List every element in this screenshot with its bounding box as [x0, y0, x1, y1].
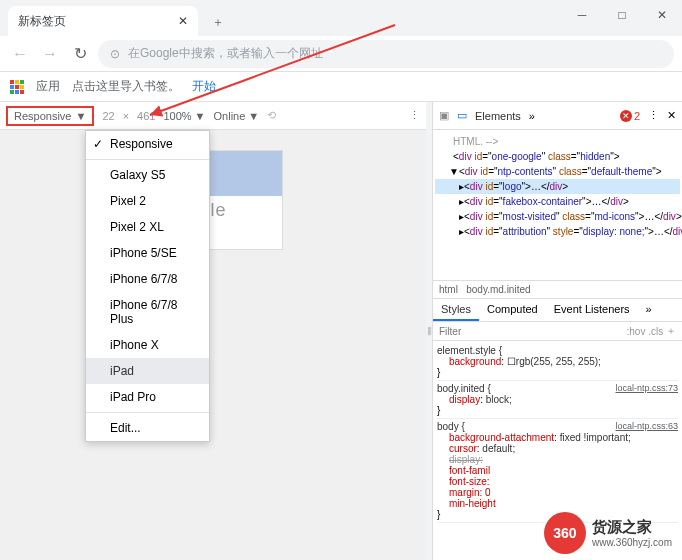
close-window-button[interactable]: ✕ — [642, 0, 682, 30]
error-indicator[interactable]: ✕2 — [620, 110, 640, 122]
height-input[interactable]: 461 — [137, 110, 155, 122]
start-link[interactable]: 开始 — [192, 78, 216, 95]
rotate-icon[interactable]: ⟲ — [267, 109, 276, 122]
dom-tree[interactable]: HTML. --> <div id="one-google" class="hi… — [433, 130, 682, 280]
device-option[interactable]: Pixel 2 — [86, 188, 209, 214]
bookmarks-bar: 应用 点击这里导入书签。 开始 — [0, 72, 682, 102]
new-tab-button[interactable]: ＋ — [204, 8, 232, 36]
minimize-button[interactable]: ─ — [562, 0, 602, 30]
back-button[interactable]: ← — [8, 45, 32, 63]
reload-button[interactable]: ↻ — [68, 44, 92, 63]
device-select[interactable]: Responsive ▼ — [6, 106, 94, 126]
device-toolbar: Responsive ▼ 22 × 461 100% ▼ Online ▼ ⟲ … — [0, 102, 426, 130]
inspect-icon[interactable]: ▣ — [439, 109, 449, 122]
cls-toggle[interactable]: .cls — [648, 326, 663, 337]
watermark-badge: 360 — [544, 512, 586, 554]
address-placeholder: 在Google中搜索，或者输入一个网址 — [128, 45, 323, 62]
zoom-select[interactable]: 100% ▼ — [163, 110, 205, 122]
tab-title: 新标签页 — [18, 13, 66, 30]
devtools-close-icon[interactable]: ✕ — [667, 109, 676, 122]
new-rule-icon[interactable]: ＋ — [666, 324, 676, 338]
tab-styles[interactable]: Styles — [433, 299, 479, 321]
devtools-pane: ▣ ▭ Elements » ✕2 ⋮ ✕ HTML. --> <div id=… — [432, 102, 682, 560]
more-icon[interactable]: ⋮ — [409, 109, 420, 122]
device-option[interactable]: iPhone 6/7/8 Plus — [86, 292, 209, 332]
breadcrumb[interactable]: html body.md.inited — [433, 280, 682, 299]
watermark-name: 货源之家 — [592, 518, 672, 537]
import-hint: 点击这里导入书签。 — [72, 78, 180, 95]
throttle-select[interactable]: Online ▼ — [214, 110, 260, 122]
browser-tab[interactable]: 新标签页 ✕ — [8, 6, 198, 36]
device-option[interactable]: Pixel 2 XL — [86, 214, 209, 240]
device-emulation-pane: Responsive ▼ 22 × 461 100% ▼ Online ▼ ⟲ … — [0, 102, 426, 560]
device-mode-icon[interactable]: ▭ — [457, 109, 467, 122]
close-tab-icon[interactable]: ✕ — [178, 14, 188, 28]
device-option-responsive[interactable]: Responsive — [86, 131, 209, 157]
device-option[interactable]: iPhone 6/7/8 — [86, 266, 209, 292]
watermark: 360 货源之家 www.360hyzj.com — [544, 512, 672, 554]
apps-label[interactable]: 应用 — [36, 78, 60, 95]
more-style-tabs-icon[interactable]: » — [638, 299, 660, 321]
devtools-menu-icon[interactable]: ⋮ — [648, 109, 659, 122]
dimension-separator: × — [123, 110, 129, 122]
dropdown-arrow-icon: ▼ — [75, 110, 86, 122]
device-edit[interactable]: Edit... — [86, 415, 209, 441]
style-filter-input[interactable] — [439, 326, 627, 337]
width-input[interactable]: 22 — [102, 110, 114, 122]
tab-listeners[interactable]: Event Listeners — [546, 299, 638, 321]
device-dropdown: Responsive Galaxy S5 Pixel 2 Pixel 2 XL … — [85, 130, 210, 442]
devtools-header: ▣ ▭ Elements » ✕2 ⋮ ✕ — [433, 102, 682, 130]
browser-toolbar: ← → ↻ ⊙ 在Google中搜索，或者输入一个网址 — [0, 36, 682, 72]
styles-tabs: Styles Computed Event Listeners » — [433, 299, 682, 322]
style-filter-bar: :hov .cls ＋ — [433, 322, 682, 341]
device-option[interactable]: iPhone X — [86, 332, 209, 358]
device-option[interactable]: Galaxy S5 — [86, 162, 209, 188]
emulated-viewport-wrap: gle — [0, 130, 426, 560]
hov-toggle[interactable]: :hov — [627, 326, 646, 337]
device-option[interactable]: iPhone 5/SE — [86, 240, 209, 266]
tab-computed[interactable]: Computed — [479, 299, 546, 321]
search-icon: ⊙ — [110, 47, 120, 61]
forward-button[interactable]: → — [38, 45, 62, 63]
device-option[interactable]: iPad Pro — [86, 384, 209, 410]
apps-icon[interactable] — [10, 80, 24, 94]
device-option-ipad[interactable]: iPad — [86, 358, 209, 384]
tab-elements[interactable]: Elements — [475, 110, 521, 122]
maximize-button[interactable]: □ — [602, 0, 642, 30]
address-bar[interactable]: ⊙ 在Google中搜索，或者输入一个网址 — [98, 40, 674, 68]
watermark-url: www.360hyzj.com — [592, 537, 672, 548]
more-tabs-icon[interactable]: » — [529, 110, 535, 122]
